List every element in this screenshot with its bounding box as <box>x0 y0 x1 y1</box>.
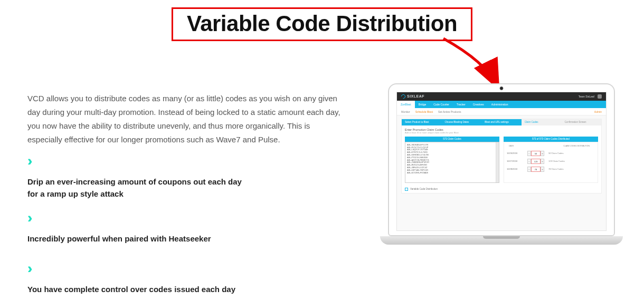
codes-textarea[interactable]: A8L-V82EAG-EPL5TR A8L-RY5CT9-CLQZJP A8L-… <box>405 142 499 183</box>
plus-button[interactable]: + <box>541 159 544 164</box>
claim-codes-header: 573 Claim Codes <box>405 137 499 141</box>
bullet-3: ›› You have complete control over codes … <box>27 260 235 295</box>
vcd-checkbox-row[interactable]: Variable Code Distribution <box>402 186 601 193</box>
laptop-screen: SIXLEAF Team SixLeaf ZonBlast Bridge Cod… <box>388 83 615 236</box>
wizard-subtitle: Add at least 10 or more unique claim cod… <box>405 132 598 134</box>
topbar-right: Team SixLeaf <box>579 94 602 99</box>
dist-label: 123 Claim Codes <box>548 160 565 163</box>
nav-codecourier[interactable]: Code Courier <box>430 101 453 108</box>
dist-amount-header: CLAIM CODES DISTRIBUTION <box>563 145 590 147</box>
wizard-body: Enter Promotion Claim Codes Add at least… <box>402 125 601 186</box>
dist-date-header: DATE <box>509 145 514 147</box>
checkbox-icon[interactable] <box>405 188 408 191</box>
nav-tracker[interactable]: Tracker <box>453 101 469 108</box>
distribution-column-headers: DATE CLAIM CODES DISTRIBUTION <box>507 144 595 148</box>
minus-button[interactable]: − <box>527 167 531 172</box>
wizstep-3[interactable]: Blast and URL settings <box>481 119 522 125</box>
dist-row: 10/26/2018 − 50 + 50 Claim Codes <box>507 151 595 156</box>
brand: SIXLEAF <box>401 94 424 99</box>
app-window: SIXLEAF Team SixLeaf ZonBlast Bridge Cod… <box>396 92 607 231</box>
stepper-value[interactable]: 50 <box>531 151 541 156</box>
claim-codes-col: 573 Claim Codes A8L-V82EAG-EPL5TR A8L-RY… <box>405 137 499 182</box>
quantity-stepper: − 123 + <box>527 159 544 164</box>
bullet-2-text: Incredibly powerful when paired with Hea… <box>27 233 211 245</box>
intro-paragraph: VCD allows you to distribute codes as ma… <box>27 92 344 147</box>
team-label: Team SixLeaf <box>579 95 594 98</box>
nav-zonblast[interactable]: ZonBlast <box>397 101 415 108</box>
wizstep-4[interactable]: Claim Codes <box>522 119 562 125</box>
code-line: A8L-82TZEN-FVDA08 <box>407 172 497 175</box>
distribution-col: 573 of 573 Claim Codes Distributed DATE … <box>504 137 598 182</box>
wizstep-5[interactable]: Confirmation Screen <box>561 119 601 125</box>
minus-button[interactable]: − <box>527 151 531 156</box>
page-title: Variable Code Distribution <box>187 11 457 36</box>
chevrons-icon: ›› <box>27 210 211 226</box>
bullet-1: ›› Drip an ever-increasing amount of cou… <box>27 153 249 200</box>
nav-creatives[interactable]: Creatives <box>469 101 488 108</box>
laptop-notch <box>483 236 520 239</box>
dist-date: 10/26/2018 <box>507 152 525 155</box>
app-subbar: Monitor Schedule Blast Set Active Produc… <box>397 108 606 115</box>
subnav-monitor[interactable]: Monitor <box>401 110 410 113</box>
wizstep-2[interactable]: Choose Blasting Dates <box>442 119 482 125</box>
bullet-1-text: Drip an ever-increasing amount of coupon… <box>27 176 249 200</box>
quantity-stepper: − 50 + <box>527 151 544 156</box>
subnav-admin[interactable]: Admin <box>594 110 602 113</box>
distribution-header: 573 of 573 Claim Codes Distributed <box>504 137 598 141</box>
dist-date: 10/27/2018 <box>507 160 525 163</box>
quantity-stepper: − 78 + <box>527 167 544 172</box>
subnav-schedule[interactable]: Schedule Blast <box>415 110 433 113</box>
laptop-mockup: SIXLEAF Team SixLeaf ZonBlast Bridge Cod… <box>380 83 623 245</box>
stepper-value[interactable]: 78 <box>531 167 541 172</box>
stepper-value[interactable]: 123 <box>531 159 541 164</box>
distribution-area: DATE CLAIM CODES DISTRIBUTION 10/26/2018… <box>504 142 598 183</box>
nav-bridge[interactable]: Bridge <box>415 101 430 108</box>
page-title-box: Variable Code Distribution <box>172 7 472 41</box>
brand-text: SIXLEAF <box>407 94 424 99</box>
minus-button[interactable]: − <box>527 159 531 164</box>
avatar[interactable] <box>598 94 602 99</box>
dist-label: 78 Claim Codes <box>548 168 563 171</box>
plus-button[interactable]: + <box>541 151 544 156</box>
wizard: Select Product to Blast Choose Blasting … <box>401 119 602 193</box>
chevrons-icon: ›› <box>27 260 235 277</box>
nav-admin[interactable]: Administration <box>488 101 512 108</box>
bullet-3-text: You have complete control over codes iss… <box>27 283 235 295</box>
brand-icon <box>400 93 406 99</box>
app-navbar: ZonBlast Bridge Code Courier Tracker Cre… <box>397 101 606 108</box>
two-col: 573 Claim Codes A8L-V82EAG-EPL5TR A8L-RY… <box>405 137 598 182</box>
bullet-2: ›› Incredibly powerful when paired with … <box>27 210 211 245</box>
camera-dot-icon <box>500 86 504 90</box>
subnav-setactive[interactable]: Set Active Products <box>438 110 461 113</box>
laptop-base <box>380 236 623 245</box>
plus-button[interactable]: + <box>541 167 544 172</box>
app-topbar: SIXLEAF Team SixLeaf <box>397 92 606 101</box>
vcd-checkbox-label: Variable Code Distribution <box>410 188 438 190</box>
dist-label: 50 Claim Codes <box>548 152 563 155</box>
wizstep-1[interactable]: Select Product to Blast <box>402 119 442 125</box>
dist-row: 10/27/2018 − 123 + 123 Claim Codes <box>507 159 595 164</box>
dist-date: 10/28/2018 <box>507 168 525 171</box>
dist-row: 10/28/2018 − 78 + 78 Claim Codes <box>507 167 595 172</box>
chevrons-icon: ›› <box>27 153 249 169</box>
wizard-steps: Select Product to Blast Choose Blasting … <box>402 119 601 125</box>
